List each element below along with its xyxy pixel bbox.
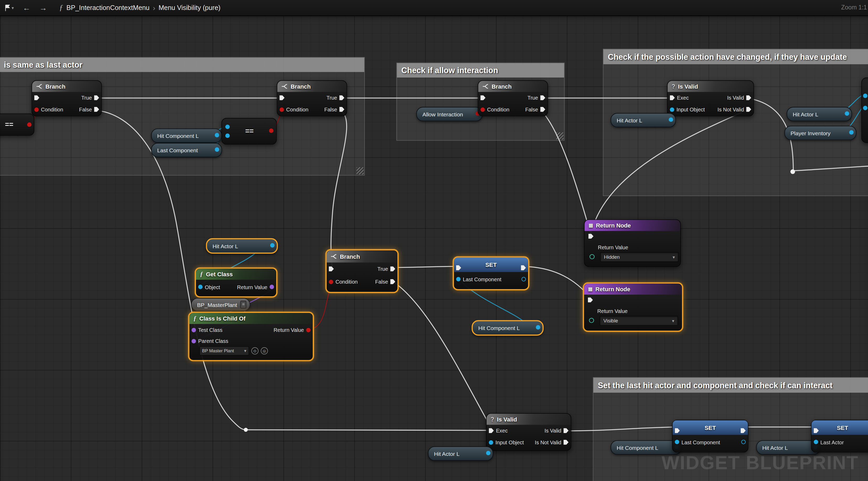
output-pin[interactable]	[270, 243, 275, 248]
is-not-valid-exec-pin[interactable]	[563, 440, 568, 445]
result-pin[interactable]	[27, 122, 32, 127]
output-pin[interactable]	[536, 325, 540, 330]
exec-in-pin[interactable]	[480, 95, 486, 100]
bookmark-button[interactable]: ▾	[0, 0, 18, 16]
output-pin[interactable]	[215, 133, 219, 137]
pill-player-inventory[interactable]: Player Inventory	[784, 126, 857, 140]
pin-label: Exec	[677, 95, 689, 101]
exec-in-pin[interactable]	[34, 95, 39, 100]
exec-in-pin[interactable]	[588, 234, 593, 239]
branch-node-middle[interactable]: Branch True ConditionFalse	[326, 249, 399, 293]
input-object-pin[interactable]	[489, 440, 493, 445]
false-exec-pin[interactable]	[339, 107, 344, 112]
pill-last-component[interactable]: Last Component	[151, 143, 222, 157]
input-pin[interactable]	[863, 94, 867, 98]
breadcrumb-root[interactable]: BP_InteractionContextMenu	[66, 4, 150, 12]
pill-hit-actor-l[interactable]: Hit Actor L	[786, 107, 852, 121]
last-component-pin[interactable]	[456, 277, 461, 281]
false-exec-pin[interactable]	[540, 107, 545, 112]
return-value-pin[interactable]	[589, 318, 594, 323]
set-node-last-component[interactable]: SET Last Component	[453, 257, 529, 290]
return-value-pin[interactable]	[589, 254, 594, 259]
return-value-pin[interactable]	[270, 285, 274, 289]
condition-pin[interactable]	[280, 107, 284, 112]
output-pin[interactable]	[849, 130, 854, 135]
comment-resize-handle[interactable]	[356, 167, 364, 174]
chevron-down-icon: ▾	[673, 254, 675, 260]
parent-class-pin[interactable]	[191, 339, 196, 343]
last-component-pin[interactable]	[675, 440, 679, 444]
breadcrumb-current[interactable]: Menu Visibility (pure)	[158, 4, 220, 12]
branch-node-1[interactable]: Branch True ConditionFalse	[31, 80, 102, 116]
output-pin[interactable]	[741, 440, 746, 444]
comment-header[interactable]: Set the last hit actor and component and…	[593, 378, 868, 393]
last-actor-pin[interactable]	[814, 440, 818, 444]
false-exec-pin[interactable]	[391, 279, 395, 284]
input-a-pin[interactable]	[225, 124, 230, 129]
exec-in-pin[interactable]	[280, 95, 284, 100]
parent-class-combo[interactable]: BP Master Plant ▾	[199, 346, 249, 356]
condition-pin[interactable]	[34, 107, 39, 112]
condition-pin[interactable]	[329, 279, 333, 284]
is-valid-exec-pin[interactable]	[563, 428, 568, 433]
true-exec-pin[interactable]	[540, 95, 545, 100]
forward-button[interactable]: →	[35, 0, 51, 16]
use-selected-icon[interactable]: ⊙	[251, 347, 258, 354]
output-pin[interactable]	[521, 277, 526, 281]
class-is-child-of-node[interactable]: ƒ Class Is Child Of Test ClassReturn Val…	[188, 312, 314, 361]
drag-grip-icon[interactable]: ≡	[241, 301, 247, 308]
return-value-dropdown[interactable]: Hidden ▾	[600, 252, 679, 262]
equals-node-left[interactable]: ==	[0, 114, 34, 136]
set-node-last-component-2[interactable]: SET Last Component	[672, 420, 748, 453]
branch-node-2[interactable]: Branch True ConditionFalse	[277, 80, 347, 116]
input-pin[interactable]	[863, 106, 867, 110]
return-node-visible[interactable]: ▦ Return Node Return Value Visible ▾	[583, 282, 683, 332]
comment-header[interactable]: is same as last actor	[0, 58, 364, 72]
exec-in-pin[interactable]	[670, 95, 675, 100]
pill-hit-actor-l[interactable]: Hit Actor L	[611, 113, 676, 127]
exec-in-pin[interactable]	[588, 298, 593, 302]
output-pin[interactable]	[845, 112, 849, 116]
pill-hit-component-l[interactable]: Hit Component L	[472, 320, 544, 335]
is-valid-node-top[interactable]: ? Is Valid ExecIs Valid Input ObjectIs N…	[667, 80, 754, 116]
is-valid-node-bottom[interactable]: ? Is Valid ExecIs Valid Input ObjectIs N…	[486, 413, 571, 451]
comment-resize-handle[interactable]	[556, 132, 563, 140]
true-exec-pin[interactable]	[94, 95, 99, 100]
branch-node-3[interactable]: Branch True ConditionFalse	[477, 80, 548, 116]
pill-hit-actor-l[interactable]: Hit Actor L	[206, 238, 278, 254]
comment-header[interactable]: Check if the possible action have change…	[603, 49, 868, 64]
true-exec-pin[interactable]	[391, 266, 395, 271]
true-exec-pin[interactable]	[339, 95, 344, 100]
equals-node[interactable]: ==	[221, 118, 277, 144]
pill-hit-component-l[interactable]: Hit Component L	[151, 128, 222, 143]
get-class-node[interactable]: ƒ Get Class ObjectReturn Value	[195, 268, 277, 298]
pill-allow-interaction[interactable]: Allow Interaction	[416, 107, 483, 121]
pill-bp-masterplant[interactable]: BP_MasterPlant ≡	[191, 298, 250, 311]
output-pin[interactable]	[486, 451, 491, 455]
object-pin[interactable]	[198, 285, 203, 289]
pill-hit-component-l[interactable]: Hit Component L	[611, 440, 681, 455]
question-icon: ?	[672, 83, 675, 90]
input-object-pin[interactable]	[670, 107, 674, 112]
return-node-hidden[interactable]: ▦ Return Node Return Value Hidden ▾	[584, 219, 681, 267]
pill-hit-actor-l[interactable]: Hit Actor L	[428, 446, 493, 461]
return-value-dropdown[interactable]: Visible ▾	[599, 315, 678, 326]
browse-icon[interactable]: ◎	[261, 347, 268, 354]
exec-in-pin[interactable]	[329, 266, 334, 271]
comment-header[interactable]: Check if allow interaction	[397, 63, 564, 78]
condition-pin[interactable]	[480, 107, 485, 112]
pin-label: Parent Class	[198, 338, 228, 344]
output-pin[interactable]	[215, 147, 219, 152]
set-node-last-actor[interactable]: SET Last Actor	[811, 420, 868, 453]
test-class-pin[interactable]	[191, 328, 196, 332]
exec-in-pin[interactable]	[489, 428, 494, 433]
output-pin[interactable]	[669, 117, 673, 122]
return-value-pin[interactable]	[306, 328, 310, 332]
input-b-pin[interactable]	[225, 133, 230, 138]
cut-off-node-right[interactable]	[862, 78, 868, 143]
result-pin[interactable]	[269, 128, 274, 133]
is-not-valid-exec-pin[interactable]	[746, 107, 751, 112]
is-valid-exec-pin[interactable]	[746, 95, 751, 100]
false-exec-pin[interactable]	[94, 107, 99, 112]
back-button[interactable]: ←	[18, 0, 35, 16]
